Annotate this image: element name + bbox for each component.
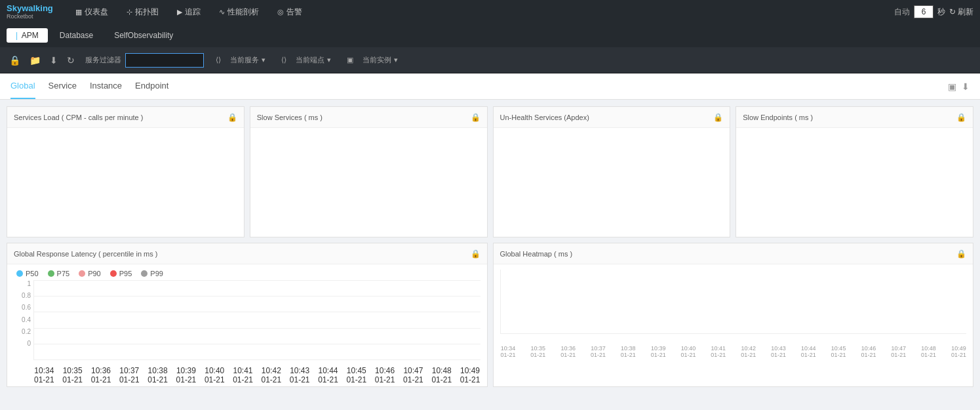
apm-indicator: | <box>16 31 18 40</box>
hm-x-label-12: 10:4601-21 <box>861 345 876 358</box>
top-panels-row: Services Load ( CPM - calls per minute )… <box>7 106 973 237</box>
unhealthy-services-panel: Un-Health Services (Apdex) 🔒 <box>493 106 731 237</box>
tab-endpoint[interactable]: Endpoint <box>135 73 168 99</box>
tab-endpoint-label: Endpoint <box>135 81 168 91</box>
slow-services-body <box>250 128 487 237</box>
instance-dropdown[interactable]: 当前实例 ▾ <box>359 54 402 66</box>
services-load-body <box>7 128 244 237</box>
slow-endpoints-lock-icon[interactable]: 🔒 <box>956 113 966 122</box>
p95-label: P95 <box>119 270 132 277</box>
hm-x-label-5: 10:3901-21 <box>651 345 666 358</box>
endpoint-label: 当前端点 <box>296 55 324 65</box>
service-dropdown[interactable]: 当前服务 ▾ <box>226 54 269 66</box>
x-label-10: 10:4401-21 <box>318 366 338 384</box>
slow-endpoints-body <box>736 128 973 237</box>
legend-p50: P50 <box>16 270 39 277</box>
tab-icons: ▣ ⬇ <box>948 81 970 92</box>
latency-chart-panel: Global Response Latency ( percentile in … <box>7 243 488 387</box>
services-load-title: Services Load ( CPM - calls per minute ) <box>14 113 143 121</box>
x-label-7: 10:4101-21 <box>233 366 253 384</box>
sec-label: 秒 <box>937 7 945 18</box>
chart-legend: P50 P75 P90 P95 <box>14 270 480 277</box>
nav-trace[interactable]: ▶ 追踪 <box>168 0 210 24</box>
legend-p95: P95 <box>110 270 132 277</box>
tab-instance[interactable]: Instance <box>90 73 122 99</box>
save-dashboard-icon[interactable]: ▣ <box>948 81 956 92</box>
nav-alert-label: 告警 <box>286 7 302 18</box>
nav-performance[interactable]: ∿ 性能剖析 <box>210 0 268 24</box>
nav-alert[interactable]: ◎ 告警 <box>268 0 311 24</box>
p99-label: P99 <box>150 270 163 277</box>
latency-chart-lock-icon[interactable]: 🔒 <box>471 249 480 258</box>
nav-items: ▦ 仪表盘 ⊹ 拓扑图 ▶ 追踪 ∿ 性能剖析 ◎ 告警 <box>66 0 894 24</box>
service-label: 当前服务 <box>230 55 259 65</box>
tab-apm[interactable]: | APM <box>7 28 48 43</box>
unhealthy-services-title: Un-Health Services (Apdex) <box>500 113 589 121</box>
instance-dropdown-group: ▣ 当前实例 ▾ <box>344 53 402 67</box>
slow-endpoints-title: Slow Endpoints ( ms ) <box>743 113 813 121</box>
logo-name: Skywalking <box>7 3 53 14</box>
download-icon[interactable]: ⬇ <box>47 52 60 68</box>
grid-line-3 <box>34 312 480 312</box>
legend-p75: P75 <box>48 270 70 277</box>
endpoint-dropdown[interactable]: 当前端点 ▾ <box>292 54 335 66</box>
unhealthy-services-header: Un-Health Services (Apdex) 🔒 <box>494 107 730 128</box>
auto-label: 自动 <box>894 7 910 18</box>
p95-dot <box>110 270 117 277</box>
content-tab-bar: Global Service Instance Endpoint ▣ ⬇ <box>0 73 980 100</box>
nav-trace-label: 追踪 <box>185 7 201 18</box>
x-axis: 10:3401-21 10:3501-21 10:3601-21 10:3701… <box>34 366 480 384</box>
heatmap-lock-icon[interactable]: 🔒 <box>956 249 966 258</box>
grid-line-1 <box>34 280 480 281</box>
refresh-icon[interactable]: ↻ <box>64 52 77 68</box>
y-label-0: 0 <box>27 340 31 347</box>
p75-dot <box>48 270 54 277</box>
hm-x-label-15: 10:4901-21 <box>951 345 966 358</box>
tab-selfobs[interactable]: SelfObservability <box>105 28 182 43</box>
nav-dashboard[interactable]: ▦ 仪表盘 <box>66 0 117 24</box>
filter-input[interactable] <box>125 53 204 68</box>
heatmap-chart-area: 10:3401-21 10:3501-21 10:3601-21 10:3701… <box>500 270 967 334</box>
nav-topology[interactable]: ⊹ 拓扑图 <box>117 0 168 24</box>
x-label-11: 10:4501-21 <box>346 366 366 384</box>
hm-x-label-7: 10:4101-21 <box>711 345 726 358</box>
seconds-input[interactable] <box>914 5 933 18</box>
nav-dashboard-label: 仪表盘 <box>85 7 108 18</box>
code-icon: ⟨⟩ <box>213 53 224 67</box>
logo: Skywalking Rocketbot <box>7 3 53 20</box>
unhealthy-services-lock-icon[interactable]: 🔒 <box>713 113 723 122</box>
p50-label: P50 <box>26 270 39 277</box>
tab-apm-label: APM <box>22 31 39 40</box>
tab-service[interactable]: Service <box>49 73 77 99</box>
hm-x-label-3: 10:3701-21 <box>591 345 606 358</box>
slow-services-lock-icon[interactable]: 🔒 <box>471 113 480 122</box>
instance-icon: ▣ <box>344 53 356 67</box>
grid-line-2 <box>34 296 480 297</box>
lock-icon[interactable]: 🔒 <box>7 52 23 68</box>
legend-p90: P90 <box>79 270 101 277</box>
refresh-icon: ↻ <box>949 7 956 16</box>
top-right-controls: 自动 秒 ↻ 刷新 <box>894 5 973 18</box>
tab-service-label: Service <box>49 81 77 91</box>
x-label-2: 10:3601-21 <box>91 366 111 384</box>
alert-icon: ◎ <box>277 8 284 16</box>
chart-area: 1 0.8 0.6 0.4 0.2 0 <box>14 280 480 360</box>
logo-sub: Rocketbot <box>7 13 53 20</box>
grid-line-5 <box>34 344 480 344</box>
x-label-9: 10:4301-21 <box>290 366 310 384</box>
dashboard-icon: ▦ <box>75 8 82 16</box>
tab-database[interactable]: Database <box>50 28 102 43</box>
hm-x-label-4: 10:3801-21 <box>621 345 636 358</box>
endpoint-chevron-icon: ▾ <box>327 56 331 64</box>
instance-chevron-icon: ▾ <box>394 56 398 64</box>
tab-database-label: Database <box>60 31 93 40</box>
hm-x-label-13: 10:4701-21 <box>891 345 906 358</box>
export-dashboard-icon[interactable]: ⬇ <box>962 81 970 92</box>
heatmap-header: Global Heatmap ( ms ) 🔒 <box>494 243 973 264</box>
endpoint-dropdown-group: ⟨⟩ 当前端点 ▾ <box>279 53 335 67</box>
hm-x-label-6: 10:4001-21 <box>680 345 696 358</box>
folder-icon[interactable]: 📁 <box>27 52 43 68</box>
tab-global[interactable]: Global <box>10 73 35 99</box>
refresh-button[interactable]: ↻ 刷新 <box>949 7 973 18</box>
services-load-lock-icon[interactable]: 🔒 <box>227 113 237 122</box>
